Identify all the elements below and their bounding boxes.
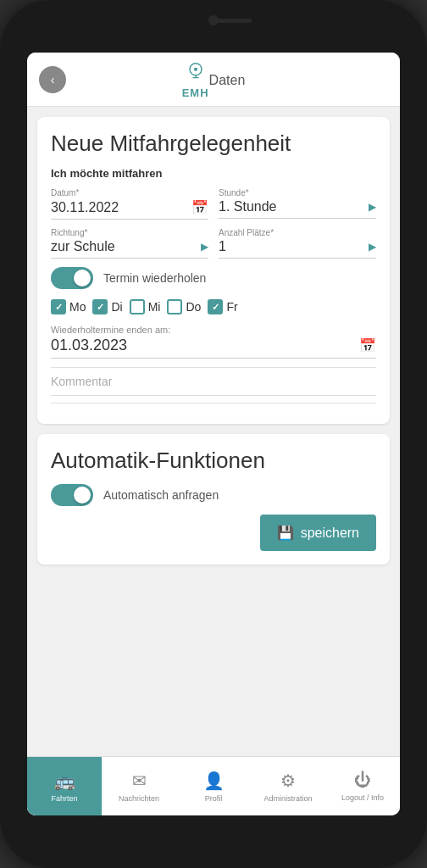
checkbox-do[interactable]: Do — [167, 299, 201, 314]
stunde-label: Stunde* — [219, 188, 376, 198]
richtung-value-row[interactable]: zur Schule ▶ — [51, 239, 208, 259]
back-button[interactable]: ‹ — [39, 66, 66, 93]
checkbox-do-label: Do — [186, 300, 201, 314]
richtung-label: Richtung* — [51, 228, 208, 237]
checkbox-mi[interactable]: Mi — [130, 299, 161, 314]
richtung-value: zur Schule — [51, 239, 115, 254]
end-date-value-row[interactable]: 01.03.2023 📅 — [51, 337, 376, 359]
phone-frame: ‹ EMH Daten Neue Mitfahrgelegenheit Ich … — [0, 0, 427, 868]
anzahl-label: Anzahl Plätze* — [219, 228, 376, 237]
richtung-anzahl-row: Richtung* zur Schule ▶ Anzahl Plätze* 1 … — [51, 228, 376, 259]
automatik-card: Automatik-Funktionen Automatisch anfrage… — [37, 434, 390, 565]
datum-label: Datum* — [51, 188, 208, 198]
end-date-value: 01.03.2023 — [51, 337, 127, 354]
end-date-calendar-icon: 📅 — [359, 337, 376, 353]
anzahl-value: 1 — [219, 239, 226, 254]
profil-label: Profil — [205, 794, 223, 803]
logo-text: EMH — [182, 86, 209, 99]
checkbox-di[interactable]: Di — [92, 299, 122, 314]
termin-toggle-label: Termin wiederholen — [103, 271, 206, 285]
comment-divider — [51, 367, 376, 368]
nav-nachrichten[interactable]: ✉ Nachrichten — [102, 757, 176, 815]
datum-stunde-row: Datum* 30.11.2022 📅 Stunde* 1. Stunde ▶ — [51, 188, 376, 220]
profil-icon: 👤 — [203, 771, 225, 791]
comment-placeholder[interactable]: Kommentar — [51, 375, 376, 396]
checkbox-mo[interactable]: Mo — [51, 299, 86, 314]
back-icon: ‹ — [51, 73, 55, 86]
anzahl-arrow-icon: ▶ — [369, 241, 376, 253]
svg-point-1 — [194, 68, 197, 71]
termin-toggle-row: Termin wiederholen — [51, 267, 376, 289]
stunde-field: Stunde* 1. Stunde ▶ — [219, 188, 376, 220]
card-title: Neue Mitfahrgelegenheit — [51, 131, 376, 157]
automatik-toggle-label: Automatisch anfragen — [103, 488, 219, 502]
save-section: 💾 speichern — [51, 515, 376, 551]
phone-screen: ‹ EMH Daten Neue Mitfahrgelegenheit Ich … — [27, 53, 400, 815]
form-card: Neue Mitfahrgelegenheit Ich möchte mitfa… — [37, 117, 390, 424]
stunde-value-row[interactable]: 1. Stunde ▶ — [219, 199, 376, 219]
scroll-content: Neue Mitfahrgelegenheit Ich möchte mitfa… — [27, 107, 400, 756]
administration-icon: ⚙ — [280, 771, 296, 791]
stunde-value: 1. Stunde — [219, 199, 277, 214]
checkbox-fr-box[interactable] — [208, 299, 223, 314]
automatik-toggle[interactable] — [51, 484, 93, 506]
datum-value-row[interactable]: 30.11.2022 📅 — [51, 199, 208, 220]
nav-profil[interactable]: 👤 Profil — [176, 757, 251, 815]
checkbox-fr[interactable]: Fr — [208, 299, 237, 314]
logout-label: Logout / Info — [341, 793, 384, 802]
fahrten-label: Fahrten — [51, 794, 77, 803]
checkbox-di-box[interactable] — [92, 299, 108, 314]
anzahl-value-row[interactable]: 1 ▶ — [219, 239, 376, 259]
logo-area: EMH — [182, 61, 209, 99]
anzahl-field: Anzahl Plätze* 1 ▶ — [219, 228, 376, 259]
stunde-arrow-icon: ▶ — [369, 201, 376, 213]
comment-divider-bottom — [51, 403, 376, 403]
richtung-field: Richtung* zur Schule ▶ — [51, 228, 208, 259]
checkbox-mi-label: Mi — [148, 300, 161, 314]
datum-field: Datum* 30.11.2022 📅 — [51, 188, 208, 220]
checkbox-do-box[interactable] — [167, 299, 182, 314]
checkbox-fr-label: Fr — [226, 300, 237, 314]
nav-administration[interactable]: ⚙ Administration — [251, 757, 325, 815]
header-title: Daten — [209, 73, 246, 88]
save-label: speichern — [301, 526, 359, 541]
save-button[interactable]: 💾 speichern — [260, 515, 376, 551]
datum-value: 30.11.2022 — [51, 200, 119, 215]
automatik-toggle-row: Automatisch anfragen — [51, 484, 376, 506]
checkbox-mo-label: Mo — [69, 300, 86, 314]
checkbox-mi-box[interactable] — [130, 299, 145, 314]
automatik-title: Automatik-Funktionen — [51, 448, 376, 474]
end-date-section: Wiederholtermine enden am: 01.03.2023 📅 — [51, 325, 376, 359]
end-date-label: Wiederholtermine enden am: — [51, 325, 376, 335]
nav-fahrten[interactable]: 🚌 Fahrten — [27, 757, 102, 815]
logout-icon: ⏻ — [354, 771, 371, 790]
fahrten-icon: 🚌 — [54, 771, 75, 791]
termin-toggle[interactable] — [51, 267, 93, 289]
nachrichten-label: Nachrichten — [119, 794, 159, 803]
nav-logout[interactable]: ⏻ Logout / Info — [325, 757, 400, 815]
richtung-arrow-icon: ▶ — [201, 241, 208, 253]
section-label: Ich möchte mitfahren — [51, 167, 376, 180]
checkbox-mo-box[interactable] — [51, 299, 66, 314]
bottom-nav: 🚌 Fahrten ✉ Nachrichten 👤 Profil ⚙ Admin… — [27, 756, 400, 815]
logo-svg — [184, 61, 208, 85]
datum-calendar-icon: 📅 — [191, 199, 208, 215]
save-icon: 💾 — [277, 525, 294, 541]
administration-label: Administration — [263, 794, 312, 803]
header: ‹ EMH Daten — [27, 53, 400, 107]
checkbox-di-label: Di — [111, 300, 122, 314]
nachrichten-icon: ✉ — [132, 771, 147, 791]
weekday-checkbox-row: Mo Di Mi Do — [51, 299, 376, 314]
comment-section: Kommentar — [51, 367, 376, 403]
